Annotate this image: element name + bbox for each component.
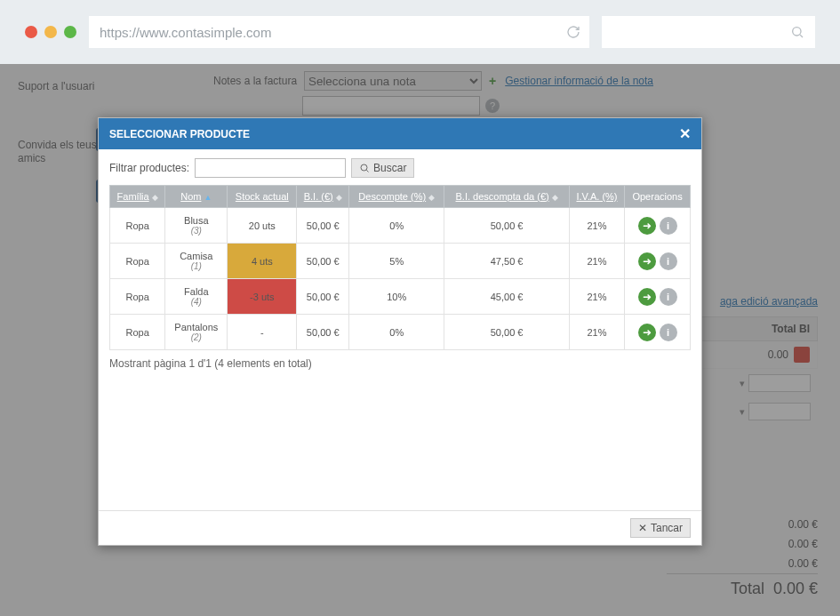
cell-familia: Ropa	[110, 279, 165, 315]
cell-desc: 0%	[349, 208, 444, 244]
cell-nom: Blusa(3)	[165, 208, 228, 244]
table-row: RopaPantalons(2)-50,00 €0%50,00 €21%➜i	[110, 315, 691, 350]
cell-stock: -3 uts	[228, 279, 297, 315]
filter-input[interactable]	[195, 158, 346, 178]
cell-iva: 21%	[569, 279, 624, 315]
products-table: Família◆ Nom▲ Stock actual B.I. (€)◆ Des…	[109, 185, 691, 350]
cell-ops: ➜i	[625, 208, 691, 244]
search-icon	[790, 25, 804, 39]
table-row: RopaFalda(4)-3 uts50,00 €10%45,00 €21%➜i	[110, 279, 691, 315]
window-controls	[25, 26, 76, 38]
cell-iva: 21%	[569, 315, 624, 350]
url-bar[interactable]: https://www.contasimple.com	[89, 16, 589, 48]
table-row: RopaCamisa(1)4 uts50,00 €5%47,50 €21%➜i	[110, 244, 691, 279]
browser-chrome-bar: https://www.contasimple.com	[0, 0, 840, 64]
select-product-button[interactable]: ➜	[638, 252, 656, 270]
cell-familia: Ropa	[110, 244, 165, 279]
cell-desc: 0%	[349, 315, 444, 350]
cell-bi: 50,00 €	[297, 208, 349, 244]
col-ops: Operacions	[625, 186, 691, 208]
svg-line-1	[800, 35, 803, 37]
col-familia[interactable]: Família◆	[110, 186, 165, 208]
cell-bi: 50,00 €	[297, 244, 349, 279]
refresh-icon[interactable]	[566, 25, 580, 39]
cell-stock: 4 uts	[228, 244, 297, 279]
select-product-modal: SELECCIONAR PRODUCTE ✕ Filtrar productes…	[98, 117, 702, 546]
cell-bi-desc: 45,00 €	[444, 279, 569, 315]
cell-nom: Falda(4)	[165, 279, 228, 315]
table-row: RopaBlusa(3)20 uts50,00 €0%50,00 €21%➜i	[110, 208, 691, 244]
filter-label: Filtrar productes:	[109, 162, 189, 174]
cell-ops: ➜i	[625, 244, 691, 279]
pager-text: Mostrant pàgina 1 d'1 (4 elements en tot…	[109, 357, 691, 370]
svg-line-5	[366, 170, 368, 172]
search-button[interactable]: Buscar	[351, 158, 414, 178]
cell-bi-desc: 50,00 €	[444, 315, 569, 350]
cell-bi: 50,00 €	[297, 279, 349, 315]
cell-nom: Pantalons(2)	[165, 315, 228, 350]
cell-stock: 20 uts	[228, 208, 297, 244]
cell-familia: Ropa	[110, 315, 165, 350]
cell-ops: ➜i	[625, 279, 691, 315]
close-window-icon[interactable]	[25, 26, 37, 38]
url-text: https://www.contasimple.com	[100, 25, 271, 40]
cell-familia: Ropa	[110, 208, 165, 244]
cell-desc: 5%	[349, 244, 444, 279]
svg-point-4	[361, 164, 367, 171]
search-bar[interactable]	[602, 16, 815, 48]
info-icon[interactable]: i	[660, 252, 677, 270]
col-descompte[interactable]: Descompte (%)◆	[349, 186, 444, 208]
minimize-window-icon[interactable]	[44, 26, 57, 38]
col-stock[interactable]: Stock actual	[228, 186, 297, 208]
cell-nom: Camisa(1)	[165, 244, 228, 279]
col-bi-desc[interactable]: B.I. descompta da (€)◆	[444, 186, 569, 208]
close-icon[interactable]: ✕	[679, 125, 691, 142]
cell-stock: -	[228, 315, 297, 350]
col-iva[interactable]: I.V.A. (%)	[569, 186, 624, 208]
cell-bi-desc: 50,00 €	[444, 208, 569, 244]
info-icon[interactable]: i	[660, 324, 677, 341]
cell-bi-desc: 47,50 €	[444, 244, 569, 279]
close-button[interactable]: ✕ Tancar	[630, 518, 691, 538]
maximize-window-icon[interactable]	[64, 26, 76, 38]
cell-bi: 50,00 €	[297, 315, 349, 350]
info-icon[interactable]: i	[660, 288, 677, 306]
cell-iva: 21%	[569, 244, 624, 279]
select-product-button[interactable]: ➜	[638, 324, 656, 341]
cell-desc: 10%	[349, 279, 444, 315]
col-bi[interactable]: B.I. (€)◆	[297, 186, 349, 208]
select-product-button[interactable]: ➜	[638, 217, 656, 235]
x-small-icon: ✕	[638, 522, 647, 534]
select-product-button[interactable]: ➜	[638, 288, 656, 306]
cell-ops: ➜i	[625, 315, 691, 350]
cell-iva: 21%	[569, 208, 624, 244]
info-icon[interactable]: i	[660, 217, 677, 235]
col-nom[interactable]: Nom▲	[165, 186, 228, 208]
svg-point-0	[793, 28, 801, 36]
modal-title: SELECCIONAR PRODUCTE	[109, 128, 250, 140]
